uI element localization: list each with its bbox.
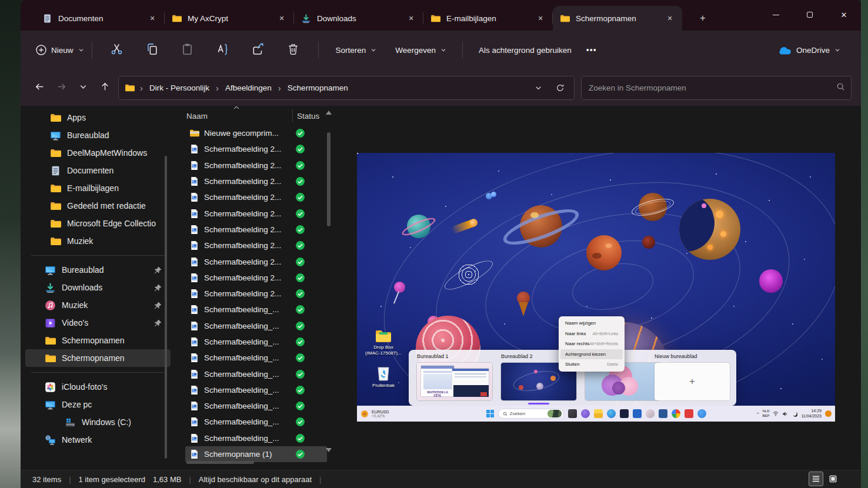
delete-button[interactable] — [279, 38, 308, 62]
sidebar-item[interactable]: iCloud-foto's — [25, 378, 171, 396]
breadcrumb-segment[interactable]: Dirk - Persoonlijk — [148, 83, 211, 92]
file-row[interactable]: Schermafbeelding 2... — [185, 158, 327, 173]
context-menu-item[interactable]: Naam wijzigen — [560, 318, 623, 329]
file-row[interactable]: Schermafbeelding_... — [185, 382, 327, 398]
column-separator[interactable] — [292, 109, 293, 122]
sort-button[interactable]: Sorteren — [332, 46, 378, 55]
set-background-button[interactable]: Als achtergrond gebruiken — [475, 46, 572, 55]
sidebar-item[interactable]: DeelMapMetWindows — [25, 144, 171, 162]
file-row[interactable]: Schermafbeelding 2... — [185, 253, 327, 269]
arrow-up-icon — [100, 82, 110, 94]
sidebar-item[interactable]: E-mailbijlagen — [25, 179, 171, 197]
file-row[interactable]: Schermafbeelding_... — [185, 334, 327, 350]
share-button[interactable] — [244, 38, 272, 62]
breadcrumb-segment[interactable]: Afbeeldingen — [224, 83, 273, 92]
close-button[interactable]: ✕ — [827, 0, 861, 29]
file-row[interactable]: Nieuwe gecomprim... — [185, 125, 327, 141]
file-row[interactable]: Schermafbeelding 2... — [185, 141, 327, 157]
sidebar-scrollbar[interactable] — [165, 156, 167, 459]
new-desktop-tile[interactable]: + — [655, 363, 730, 400]
sidebar-item[interactable]: Bureaublad — [25, 126, 171, 144]
tab[interactable]: Downloads ✕ — [294, 6, 423, 31]
file-row[interactable]: Schermafbeelding 2... — [185, 270, 327, 286]
cut-button[interactable] — [103, 38, 131, 62]
image-file-icon — [189, 176, 199, 186]
onedrive-button[interactable]: OneDrive — [778, 45, 841, 55]
details-view-button[interactable] — [809, 472, 823, 486]
horizontal-scrollbar[interactable] — [186, 461, 254, 464]
column-header-name[interactable]: Naam — [186, 112, 208, 121]
sidebar-item[interactable]: Schermopnamen — [25, 332, 171, 349]
address-dropdown-icon[interactable] — [534, 83, 543, 92]
back-button[interactable] — [29, 77, 51, 98]
tab[interactable]: My AxCrypt ✕ — [165, 6, 294, 31]
sidebar-item[interactable]: Apps — [25, 109, 171, 126]
maximize-button[interactable] — [793, 0, 827, 29]
new-tab-button[interactable]: + — [691, 6, 715, 31]
sidebar-item[interactable]: Windows (C:) — [25, 413, 171, 431]
context-menu-item[interactable]: Naar rechts Alt+Shift+Rechts — [560, 339, 623, 349]
desktop1-thumbnail[interactable]: INVITATION LA FÊTE — [417, 363, 492, 400]
new-button[interactable]: Nieuw — [35, 44, 85, 56]
more-options-button[interactable]: ••• — [580, 45, 603, 55]
image-file-icon — [189, 144, 199, 154]
tab[interactable]: E-mailbijlagen ✕ — [423, 6, 553, 31]
sidebar-item[interactable]: Deze pc — [25, 396, 171, 413]
up-button[interactable] — [94, 77, 116, 98]
scroll-down-arrow[interactable] — [326, 448, 333, 454]
file-row[interactable]: Schermafbeelding 2... — [185, 189, 327, 205]
file-row[interactable]: Schermafbeelding_... — [185, 302, 327, 317]
file-row[interactable]: Schermafbeelding 2... — [185, 238, 327, 253]
sidebar-item[interactable]: Video's — [25, 314, 171, 332]
scroll-up-arrow[interactable] — [326, 111, 333, 116]
tab[interactable]: Schermopnamen ✕ — [553, 6, 682, 31]
file-row[interactable]: Schermafbeelding_... — [185, 414, 327, 430]
sidebar-item[interactable]: Microsoft Edge Collectio — [25, 215, 171, 232]
sidebar-item[interactable]: Netwerk — [25, 431, 171, 449]
tab-close-icon[interactable]: ✕ — [403, 11, 419, 26]
refresh-icon[interactable] — [556, 83, 565, 92]
file-row[interactable]: Schermafbeelding_... — [185, 398, 327, 414]
thumbnail-view-button[interactable] — [826, 472, 840, 486]
sidebar-item[interactable]: Muziek — [25, 296, 171, 314]
context-menu-item[interactable]: Naar links Alt+Shift+Links — [560, 329, 623, 339]
copy-button[interactable] — [138, 38, 166, 62]
tab[interactable]: Documenten ✕ — [35, 6, 165, 31]
tab-close-icon[interactable]: ✕ — [145, 11, 160, 26]
sidebar-item[interactable]: Documenten — [25, 162, 171, 179]
rename-icon — [216, 43, 229, 58]
sidebar-item[interactable]: Schermopnamen — [25, 349, 171, 367]
file-row[interactable]: Schermafbeelding 2... — [185, 173, 327, 189]
sidebar-item[interactable]: Downloads — [25, 279, 171, 296]
file-row[interactable]: Schermafbeelding 2... — [185, 286, 327, 302]
list-scrollbar[interactable] — [327, 132, 330, 226]
paste-button[interactable] — [173, 38, 202, 62]
file-row[interactable]: Schermafbeelding_... — [185, 430, 327, 446]
file-row[interactable]: Schermafbeelding 2... — [185, 222, 327, 238]
sidebar-item[interactable]: Gedeeld met redactie — [25, 197, 171, 215]
context-menu-item[interactable]: Sluiten Delete — [560, 359, 623, 370]
file-row[interactable]: Schermafbeelding_... — [185, 318, 327, 334]
rename-button[interactable] — [209, 38, 237, 62]
breadcrumb-segment[interactable]: Schermopnamen — [286, 83, 349, 92]
sidebar-item[interactable]: Muziek — [25, 232, 171, 250]
column-header-status[interactable]: Status — [297, 112, 319, 121]
synced-icon — [295, 401, 305, 411]
tab-close-icon[interactable]: ✕ — [662, 11, 677, 26]
file-row[interactable]: Schermopname (1) — [185, 446, 327, 462]
tab-close-icon[interactable]: ✕ — [533, 11, 548, 26]
file-row[interactable]: Schermafbeelding 2... — [185, 205, 327, 221]
file-row[interactable]: Schermafbeelding_... — [185, 350, 327, 366]
view-button[interactable]: Weergeven — [391, 46, 447, 55]
sidebar-item[interactable]: Bureaublad — [25, 261, 171, 279]
minimize-button[interactable] — [759, 0, 793, 29]
selection-info: 1 item geselecteerd — [79, 475, 145, 484]
context-menu-item[interactable]: Achtergrond kiezen — [560, 349, 623, 360]
search-box[interactable] — [581, 76, 852, 100]
tab-close-icon[interactable]: ✕ — [274, 11, 289, 26]
file-row[interactable]: Schermafbeelding_... — [185, 366, 327, 382]
recent-locations-button[interactable] — [72, 77, 94, 98]
address-bar[interactable]: › Dirk - Persoonlijk › Afbeeldingen › Sc… — [118, 76, 575, 100]
search-input[interactable] — [589, 83, 836, 92]
forward-button[interactable] — [51, 77, 72, 98]
